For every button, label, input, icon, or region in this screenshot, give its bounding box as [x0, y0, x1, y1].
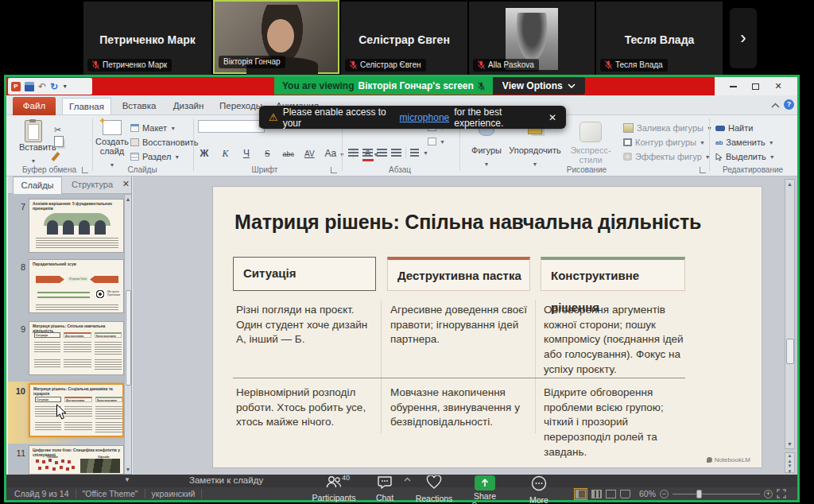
layout-button[interactable]: Макет▼: [130, 123, 176, 133]
panel-close-icon[interactable]: ✕: [122, 179, 130, 189]
strikethrough-button[interactable]: S: [258, 148, 276, 160]
tab-insert[interactable]: Вставка: [116, 98, 162, 114]
video-tile-honchar-active[interactable]: Вікторія Гончар: [213, 0, 339, 74]
shape-effects-button[interactable]: Эффекты фигур▼: [623, 152, 711, 161]
slide-11-thumbnail[interactable]: Цифрове поле бою: Специфіка конфліктів у…: [29, 445, 124, 475]
video-tile-petrychenko[interactable]: Петриченко Марк Петриченко Марк: [83, 2, 211, 76]
shape-outline-button[interactable]: Контур фигуры▼: [623, 138, 705, 147]
video-tile-paskova[interactable]: Alla Paskova: [469, 2, 595, 76]
next-participants-button[interactable]: ›: [730, 8, 757, 68]
view-options-button[interactable]: View Options: [493, 77, 585, 95]
tab-home[interactable]: Главная: [62, 98, 111, 114]
quick-styles-button[interactable]: Экспресс-стили: [563, 122, 618, 165]
collapse-ribbon-icon[interactable]: [771, 103, 780, 108]
tab-outline[interactable]: Структура: [65, 176, 119, 194]
theme-name: "Office Theme": [83, 489, 138, 498]
current-slide-canvas[interactable]: Матриця рішень: Спільна навчальна діяльн…: [213, 187, 762, 467]
panel-scrollbar[interactable]: ▲ ▼: [124, 194, 132, 475]
new-slide-button[interactable]: ✦ Создать слайд ▼: [95, 120, 129, 165]
select-button[interactable]: Выделить▼: [715, 152, 775, 161]
drawing-dialog-launcher[interactable]: [700, 167, 706, 173]
table-header-situation: Ситуація: [233, 257, 376, 291]
chat-button[interactable]: Chat: [359, 475, 410, 502]
tab-file[interactable]: Файл: [13, 97, 56, 115]
align-left-button[interactable]: [348, 149, 359, 157]
slide-9-thumbnail[interactable]: Матриця рішень: Спільна навчальна діяльн…: [29, 321, 124, 375]
thumbnail-arrow-right: [36, 276, 64, 283]
thumbnail-green-line-2: [37, 297, 90, 298]
qat-customize-icon[interactable]: ▼: [62, 83, 68, 89]
editor-scrollbar[interactable]: ▲ ▼: [785, 179, 795, 449]
help-icon[interactable]: ?: [784, 99, 794, 110]
underline-button[interactable]: Ч: [238, 148, 255, 159]
zoom-out-button[interactable]: −: [660, 490, 669, 498]
language-indicator[interactable]: украинский: [152, 489, 196, 498]
thumbnail-cell: [64, 342, 91, 353]
find-button[interactable]: Найти: [715, 123, 753, 133]
video-tile-selistrar[interactable]: Селістрар Євген Селістрар Євген: [341, 2, 467, 76]
maximize-button[interactable]: [752, 83, 759, 90]
arrange-button[interactable]: Упорядочить ▼: [509, 122, 561, 169]
font-dialog-launcher[interactable]: [331, 167, 337, 173]
bold-button[interactable]: Ж: [196, 148, 213, 159]
zoom-percentage[interactable]: 60%: [639, 489, 656, 498]
panel-scrollbar-thumb[interactable]: [126, 290, 131, 386]
clipboard-dialog-launcher[interactable]: [82, 167, 88, 173]
shapes-button[interactable]: Фигуры ▼: [467, 122, 506, 169]
character-spacing-button[interactable]: AV: [300, 149, 318, 158]
tab-slides[interactable]: Слайды: [13, 176, 62, 194]
copy-icon[interactable]: [54, 136, 64, 147]
section-icon: [130, 153, 139, 161]
replace-button[interactable]: ab Заменить▼: [715, 138, 774, 147]
undo-icon[interactable]: ↶: [38, 81, 46, 92]
previous-next-slide-buttons[interactable]: ▲▲▼▼: [785, 452, 795, 473]
zoom-in-button[interactable]: +: [764, 490, 773, 498]
slide-7-thumbnail[interactable]: Алхімія вирішення: 5 фундаментальних при…: [29, 199, 124, 253]
zoom-slider[interactable]: [673, 494, 760, 494]
align-right-button[interactable]: [377, 149, 387, 157]
more-button[interactable]: More: [514, 475, 564, 502]
reading-view-button[interactable]: [606, 490, 616, 498]
justify-button[interactable]: [391, 149, 401, 157]
thumbnail-green-line-1: [37, 292, 90, 293]
save-icon[interactable]: [25, 82, 34, 91]
fit-to-window-icon[interactable]: [777, 489, 786, 498]
participants-button[interactable]: 40 Participants: [308, 475, 359, 502]
change-case-button[interactable]: Aa: [322, 148, 339, 159]
slide-8-thumbnail[interactable]: Парадигмальний зсув Я проти Тебе Ми прот…: [29, 259, 124, 313]
close-button[interactable]: ✕: [775, 81, 782, 91]
editor-scrollbar-thumb[interactable]: [786, 339, 794, 364]
slide-counter: Слайд 9 из 14: [14, 489, 69, 498]
align-text-button[interactable]: ▼: [428, 138, 445, 145]
clear-strike-button[interactable]: abc: [280, 150, 297, 158]
window-controls: ✕: [715, 77, 797, 95]
share-screen-button[interactable]: Share Screen: [459, 475, 510, 502]
tab-design[interactable]: Дизайн: [167, 98, 210, 114]
columns-button[interactable]: [410, 149, 419, 157]
slide-10-thumbnail-selected[interactable]: Матриця рішень: Соціальна динаміка та іє…: [29, 383, 124, 437]
paste-button[interactable]: Вставить ▼: [19, 120, 48, 163]
video-tile-teslia[interactable]: Тесля Влада Тесля Влада: [596, 2, 723, 76]
italic-button[interactable]: К: [216, 148, 234, 160]
format-painter-icon[interactable]: [52, 152, 60, 161]
binoculars-icon: [715, 125, 725, 132]
participant-name: Петриченко Марк: [83, 33, 211, 46]
slideshow-view-button[interactable]: [620, 490, 630, 498]
normal-view-button[interactable]: [574, 488, 587, 500]
cut-button[interactable]: ✂: [54, 122, 61, 136]
table-cell: Агресивне доведення своєї правоти; ігнор…: [390, 303, 527, 347]
minimize-button[interactable]: [730, 86, 737, 87]
reactions-button[interactable]: Reactions: [409, 475, 459, 502]
toast-close-icon[interactable]: ✕: [548, 112, 556, 123]
shape-fill-button[interactable]: Заливка фигуры▼: [623, 123, 712, 133]
align-center-button[interactable]: [362, 149, 373, 157]
microphone-link[interactable]: microphone: [400, 112, 450, 123]
reset-button[interactable]: Восстановить: [130, 138, 198, 147]
slide-sorter-view-button[interactable]: [591, 490, 602, 498]
zoom-slider-thumb[interactable]: [696, 490, 702, 498]
section-button[interactable]: Раздел▼: [130, 152, 180, 161]
font-name-combobox[interactable]: ▼: [198, 120, 265, 133]
powerpoint-logo-icon[interactable]: P: [11, 82, 21, 91]
redo-icon[interactable]: ↻: [50, 81, 58, 92]
notes-collapse-icon[interactable]: ▼: [124, 476, 130, 483]
